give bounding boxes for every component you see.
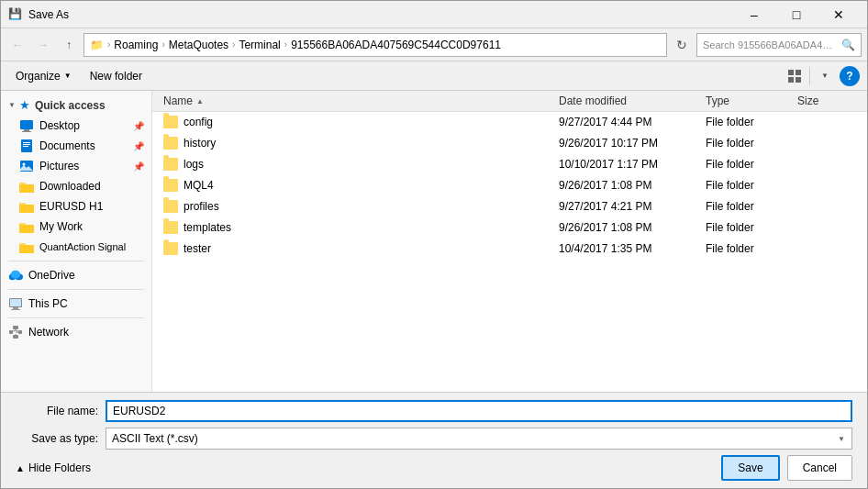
sidebar-item-thispc[interactable]: This PC bbox=[1, 294, 151, 314]
file-cell-size bbox=[790, 175, 863, 195]
save-button[interactable]: Save bbox=[721, 455, 779, 481]
up-button[interactable]: ↑ bbox=[58, 34, 80, 56]
desktop-icon bbox=[19, 118, 34, 133]
back-button[interactable]: ← bbox=[6, 34, 28, 56]
organize-button[interactable]: Organize ▼ bbox=[8, 65, 79, 87]
filename-label: File name: bbox=[16, 405, 98, 417]
sidebar-item-quantaction[interactable]: QuantAction Signal bbox=[1, 237, 151, 257]
hide-folders-label: Hide Folders bbox=[28, 461, 91, 474]
sidebar-item-desktop[interactable]: Desktop 📌 bbox=[1, 116, 151, 136]
help-button[interactable]: ? bbox=[840, 66, 860, 86]
organize-arrow-icon: ▼ bbox=[64, 72, 72, 80]
file-cell-type: File folder bbox=[698, 154, 790, 174]
file-cell-size bbox=[790, 196, 863, 217]
title-bar: 💾 Save As – □ ✕ bbox=[1, 1, 867, 28]
col-header-name[interactable]: Name ▲ bbox=[156, 91, 551, 111]
search-box: Search 915566BA06ADA40756... 🔍 bbox=[696, 33, 862, 57]
sidebar-section-quick-access: ▼ ★ Quick access Desktop 📌 bbox=[1, 94, 151, 257]
documents-icon bbox=[19, 139, 34, 153]
address-path[interactable]: 📁 › Roaming › MetaQuotes › Terminal › 91… bbox=[83, 33, 667, 57]
maximize-button[interactable]: □ bbox=[775, 1, 818, 28]
desktop-pin-icon: 📌 bbox=[133, 121, 144, 131]
svg-rect-1 bbox=[796, 70, 801, 75]
hide-folders-button[interactable]: ▲ Hide Folders bbox=[16, 461, 714, 474]
pictures-icon bbox=[19, 159, 34, 173]
table-row[interactable]: logs 10/10/2017 1:17 PM File folder bbox=[152, 154, 867, 175]
action-row: ▲ Hide Folders Save Cancel bbox=[16, 455, 852, 481]
col-header-type[interactable]: Type bbox=[698, 91, 790, 111]
filetype-value: ASCII Text (*.csv) bbox=[112, 432, 198, 445]
svg-rect-0 bbox=[788, 70, 794, 75]
address-bar: ← → ↑ 📁 › Roaming › MetaQuotes › Termina… bbox=[1, 28, 867, 61]
sidebar-item-pictures[interactable]: Pictures 📌 bbox=[1, 156, 151, 176]
file-cell-type: File folder bbox=[698, 239, 790, 259]
sidebar-quick-access-header[interactable]: ▼ ★ Quick access bbox=[1, 94, 151, 116]
file-cell-date: 9/27/2017 4:44 PM bbox=[551, 112, 698, 132]
file-cell-type: File folder bbox=[698, 217, 790, 238]
cancel-label: Cancel bbox=[803, 461, 837, 474]
filename-input[interactable] bbox=[106, 400, 852, 422]
view-toggle-button[interactable] bbox=[784, 65, 806, 87]
file-cell-name: config bbox=[156, 112, 551, 132]
close-button[interactable]: ✕ bbox=[818, 1, 860, 28]
file-cell-name: templates bbox=[156, 217, 551, 238]
filename-row: File name: bbox=[16, 400, 852, 422]
path-metaquotes: MetaQuotes bbox=[169, 39, 228, 51]
sidebar-item-downloaded[interactable]: Downloaded bbox=[1, 176, 151, 196]
sidebar-item-mywork[interactable]: My Work bbox=[1, 217, 151, 237]
file-list: Name ▲ Date modified Type Size config bbox=[152, 91, 867, 392]
sidebar-item-eurusd[interactable]: EURUSD H1 bbox=[1, 196, 151, 217]
folder-icon bbox=[163, 158, 178, 171]
svg-rect-17 bbox=[10, 299, 21, 306]
window-controls: – □ ✕ bbox=[733, 1, 860, 28]
view-divider bbox=[809, 67, 810, 85]
filetype-select[interactable]: ASCII Text (*.csv) bbox=[106, 428, 852, 450]
filetype-row: Save as type: ASCII Text (*.csv) ▼ bbox=[16, 428, 852, 450]
svg-rect-8 bbox=[23, 142, 30, 143]
path-hash: 915566BA06ADA407569C544CC0D97611 bbox=[291, 39, 501, 51]
mywork-folder-icon bbox=[19, 219, 34, 234]
col-header-date[interactable]: Date modified bbox=[551, 91, 698, 111]
pictures-pin-icon: 📌 bbox=[133, 161, 144, 172]
sidebar-item-onedrive[interactable]: OneDrive bbox=[1, 265, 151, 285]
quick-access-arrow-icon: ▼ bbox=[8, 101, 16, 109]
cancel-button[interactable]: Cancel bbox=[787, 455, 852, 481]
file-cell-size bbox=[790, 112, 863, 132]
table-row[interactable]: history 9/26/2017 10:17 PM File folder bbox=[152, 133, 867, 154]
table-row[interactable]: templates 9/26/2017 1:08 PM File folder bbox=[152, 217, 867, 239]
minimize-button[interactable]: – bbox=[733, 1, 775, 28]
svg-rect-5 bbox=[24, 129, 29, 131]
new-folder-button[interactable]: New folder bbox=[83, 65, 150, 87]
file-cell-size bbox=[790, 154, 863, 174]
save-label: Save bbox=[738, 461, 762, 474]
sidebar-item-documents[interactable]: Documents 📌 bbox=[1, 136, 151, 156]
main-content: ▼ ★ Quick access Desktop 📌 bbox=[1, 91, 867, 392]
file-cell-date: 9/27/2017 4:21 PM bbox=[551, 196, 698, 217]
desktop-label: Desktop bbox=[39, 119, 80, 132]
organize-label: Organize bbox=[16, 70, 61, 83]
view-dropdown-button[interactable]: ▼ bbox=[814, 65, 836, 87]
file-cell-type: File folder bbox=[698, 196, 790, 217]
search-icon[interactable]: 🔍 bbox=[841, 39, 855, 51]
svg-rect-4 bbox=[20, 120, 33, 129]
forward-button[interactable]: → bbox=[32, 34, 54, 56]
sidebar-item-network[interactable]: Network bbox=[1, 322, 151, 342]
svg-rect-19 bbox=[11, 309, 20, 310]
refresh-button[interactable]: ↻ bbox=[671, 34, 693, 56]
file-cell-date: 10/4/2017 1:35 PM bbox=[551, 239, 698, 259]
quantaction-folder-icon bbox=[19, 239, 34, 254]
svg-rect-18 bbox=[13, 307, 18, 309]
eurusd-label: EURUSD H1 bbox=[39, 200, 103, 213]
svg-rect-10 bbox=[23, 146, 28, 147]
file-cell-name: history bbox=[156, 133, 551, 153]
file-cell-type: File folder bbox=[698, 175, 790, 195]
table-row[interactable]: tester 10/4/2017 1:35 PM File folder bbox=[152, 239, 867, 260]
col-header-size[interactable]: Size bbox=[790, 91, 863, 111]
toolbar: Organize ▼ New folder ▼ ? bbox=[1, 61, 867, 91]
table-row[interactable]: profiles 9/27/2017 4:21 PM File folder bbox=[152, 196, 867, 217]
table-row[interactable]: MQL4 9/26/2017 1:08 PM File folder bbox=[152, 175, 867, 196]
table-row[interactable]: config 9/27/2017 4:44 PM File folder bbox=[152, 112, 867, 133]
svg-rect-2 bbox=[788, 77, 794, 83]
file-cell-name: tester bbox=[156, 239, 551, 259]
file-cell-date: 10/10/2017 1:17 PM bbox=[551, 154, 698, 174]
